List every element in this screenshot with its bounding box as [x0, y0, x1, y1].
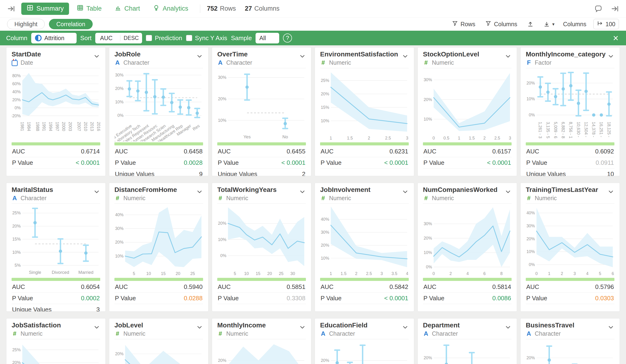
- svg-text:1984: 1984: [27, 122, 31, 131]
- chevron-down-icon[interactable]: [607, 188, 614, 196]
- chevron-down-icon[interactable]: [505, 188, 511, 196]
- column-title: TotalWorkingYears: [217, 186, 276, 194]
- comment-icon[interactable]: [593, 4, 603, 14]
- collapse-panel-right-icon[interactable]: [610, 4, 620, 14]
- svg-text:10%: 10%: [115, 254, 124, 259]
- chevron-down-icon[interactable]: [607, 324, 614, 332]
- stat-p-value: P Value< 0.0001: [12, 157, 100, 168]
- chevron-down-icon[interactable]: [196, 53, 203, 61]
- chevron-down-icon[interactable]: [196, 188, 203, 196]
- svg-text:10%: 10%: [321, 119, 329, 123]
- stat-p-value: P Value0.0002: [12, 293, 100, 304]
- column-title: StockOptionLevel: [423, 50, 479, 58]
- import-icon[interactable]: ▾: [542, 21, 556, 28]
- svg-text:Divorced: Divorced: [52, 270, 69, 275]
- close-icon[interactable]: ×: [612, 33, 620, 43]
- column-stats: AUC0.6054P Value0.0002Unique Values3: [12, 281, 100, 312]
- stat-auc: AUC0.6455: [217, 146, 306, 157]
- chevron-down-icon[interactable]: [93, 324, 100, 332]
- column-type: A Character: [423, 330, 460, 337]
- column-title: MonthlyIncome: [217, 321, 266, 329]
- sample-select[interactable]: All: [256, 33, 279, 43]
- svg-text:3: 3: [509, 136, 511, 140]
- stat-unique-values: Unique Values3: [12, 304, 100, 312]
- column-stats: AUC0.6092P Value0.0911Unique Values10: [526, 146, 614, 176]
- dataset-counts: 752Rows 27Columns: [207, 5, 279, 12]
- svg-text:10%: 10%: [424, 250, 432, 255]
- column-select[interactable]: Attrition: [31, 33, 77, 43]
- column-card-department: Department A Character 20%15%: [418, 318, 517, 364]
- chevron-down-icon[interactable]: [299, 188, 306, 196]
- export-icon[interactable]: [526, 21, 535, 28]
- divider: [12, 339, 100, 339]
- chevron-down-icon[interactable]: [505, 324, 511, 332]
- sync-y-axis-checkbox[interactable]: Sync Y Axis: [186, 34, 227, 42]
- column-card-numcompaniesworked: NumCompaniesWorked # Numeric 30%20%10%0%…: [418, 183, 517, 312]
- caret-down-icon: ▾: [552, 22, 555, 27]
- tab-table[interactable]: Table: [71, 2, 107, 15]
- help-icon[interactable]: ?: [283, 33, 292, 42]
- svg-text:1: 1: [330, 136, 332, 140]
- column-card-overtime: OverTime A Character 30%20%10%YesNo AUC0…: [212, 47, 311, 176]
- svg-text:0: 0: [432, 271, 435, 276]
- chevron-down-icon[interactable]: [93, 53, 100, 61]
- svg-text:20%: 20%: [321, 243, 329, 248]
- divider: [320, 339, 409, 339]
- stat-auc: AUC0.6157: [423, 146, 511, 157]
- chevron-down-icon[interactable]: [607, 53, 614, 61]
- chevron-down-icon[interactable]: [299, 324, 306, 332]
- column-type: # Numeric: [217, 330, 266, 337]
- column-type: # Numeric: [115, 195, 177, 201]
- svg-text:Yes: Yes: [243, 134, 251, 139]
- chevron-down-icon[interactable]: [196, 324, 203, 332]
- svg-text:10,630 -: 10,630 -: [576, 122, 581, 137]
- column-card-jobrole: JobRole A Character 30%20%10%0%Sales Exe…: [109, 47, 208, 176]
- divider: [320, 68, 409, 68]
- sort-select[interactable]: AUC DESC: [95, 33, 142, 43]
- svg-text:1: 1: [458, 136, 460, 140]
- prediction-checkbox[interactable]: Prediction: [146, 34, 182, 42]
- divider: [12, 68, 100, 68]
- svg-text:20%: 20%: [115, 86, 124, 91]
- svg-text:2.5: 2.5: [385, 136, 391, 140]
- tab-summary[interactable]: Summary: [21, 2, 69, 15]
- chevron-down-icon[interactable]: [299, 53, 306, 61]
- svg-text:20%: 20%: [218, 221, 227, 226]
- svg-text:30%: 30%: [115, 226, 124, 231]
- svg-text:20%: 20%: [218, 358, 227, 363]
- column-title: NumCompaniesWorked: [423, 186, 497, 194]
- svg-text:-20%: -20%: [12, 114, 21, 118]
- svg-text:30%: 30%: [424, 221, 432, 226]
- tab-analytics[interactable]: Analytics: [148, 2, 193, 15]
- svg-text:30%: 30%: [115, 73, 124, 77]
- column-type: A Character: [526, 330, 574, 337]
- svg-text:2013: 2013: [90, 122, 94, 131]
- chevron-down-icon[interactable]: [93, 188, 100, 196]
- svg-text:0%: 0%: [117, 113, 124, 118]
- column-card-businesstravel: BusinessTravel A Character 20%15%: [520, 318, 620, 364]
- svg-text:2016: 2016: [96, 122, 100, 131]
- tab-chart[interactable]: Chart: [109, 2, 145, 15]
- chevron-down-icon[interactable]: [505, 53, 511, 61]
- chevron-down-icon[interactable]: [402, 188, 409, 196]
- sort-direction-select[interactable]: DESC: [120, 35, 142, 41]
- calendar-icon: [12, 59, 18, 66]
- stat-p-value: P Value< 0.0001: [423, 157, 511, 168]
- chevron-down-icon[interactable]: [402, 53, 409, 61]
- column-card-jobinvolvement: JobInvolvement # Numeric 40%30%20%10%11.…: [315, 183, 414, 312]
- svg-text:3: 3: [406, 136, 408, 140]
- checkbox-icon: [186, 35, 192, 41]
- collapse-panel-left-icon[interactable]: [6, 4, 16, 14]
- highlight-button[interactable]: Highlight: [7, 19, 45, 29]
- chevron-down-icon[interactable]: [402, 324, 409, 332]
- svg-text:20%: 20%: [12, 360, 21, 364]
- svg-text:15: 15: [256, 271, 261, 276]
- columns-limit-box[interactable]: 100: [593, 19, 619, 29]
- svg-text:Married: Married: [78, 270, 94, 275]
- filter-columns-button[interactable]: Columns: [484, 20, 519, 28]
- filter-rows-button[interactable]: Rows: [450, 20, 477, 28]
- column-stats: AUC0.6714P Value< 0.0001: [12, 146, 100, 168]
- correlation-button[interactable]: Correlation: [49, 19, 92, 29]
- column-title: JobInvolvement: [320, 186, 370, 194]
- svg-text:10: 10: [146, 271, 151, 276]
